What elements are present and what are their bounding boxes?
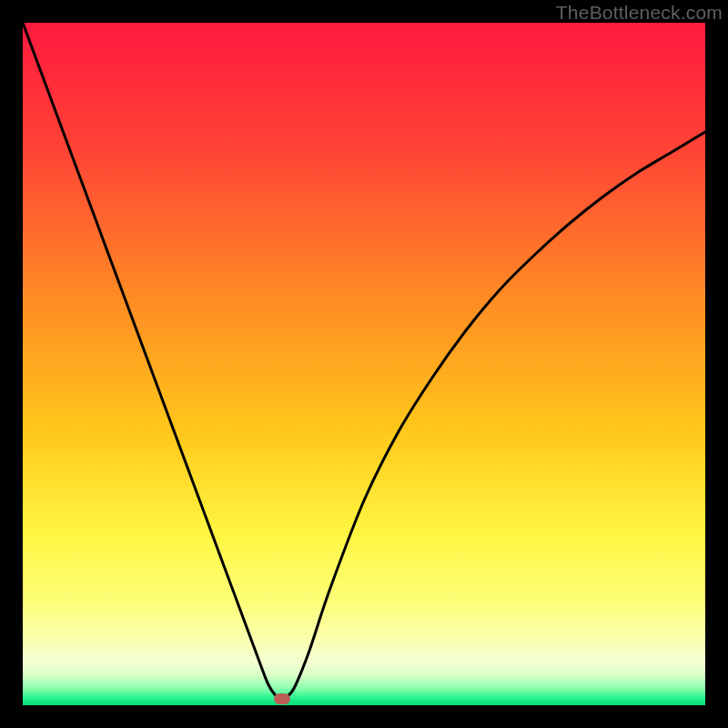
min-marker — [274, 693, 290, 704]
plot-wrap — [23, 23, 705, 705]
watermark-text: TheBottleneck.com — [556, 2, 723, 24]
plot-area — [23, 23, 705, 705]
chart-frame: TheBottleneck.com — [0, 0, 728, 728]
bottleneck-curve — [23, 23, 705, 705]
